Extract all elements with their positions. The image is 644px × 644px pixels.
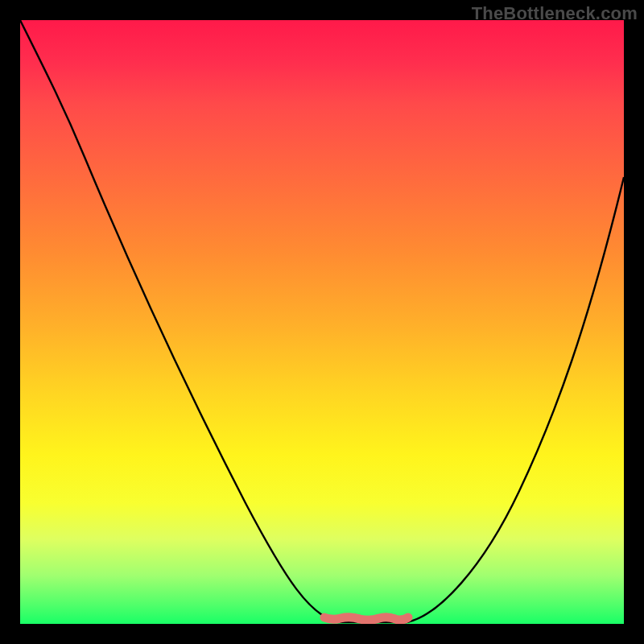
chart-stage: TheBottleneck.com <box>0 0 644 644</box>
plot-area <box>20 20 624 624</box>
bottom-marker-band <box>324 617 408 621</box>
watermark-text: TheBottleneck.com <box>472 3 638 24</box>
curve-layer <box>20 20 624 624</box>
primary-curve <box>20 20 624 622</box>
